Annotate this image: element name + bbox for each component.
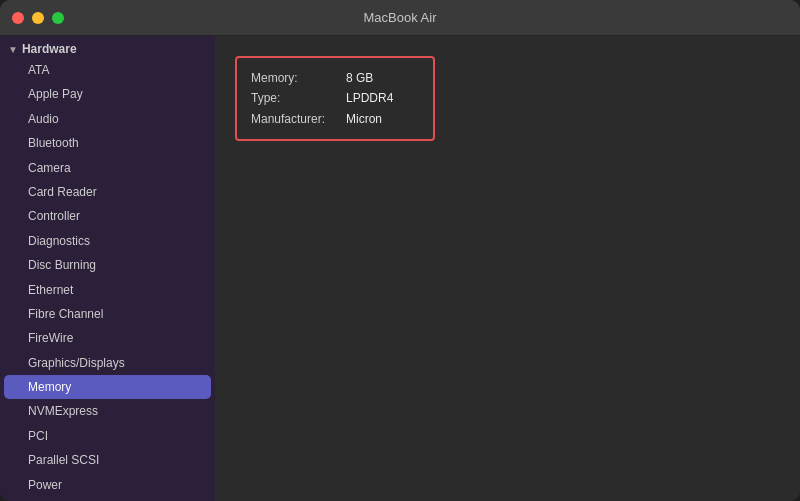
- type-value: LPDDR4: [346, 88, 393, 108]
- type-label: Type:: [251, 88, 346, 108]
- hardware-group-label: Hardware: [22, 42, 77, 56]
- sidebar-item-apple-pay[interactable]: Apple Pay: [0, 82, 215, 106]
- memory-label: Memory:: [251, 68, 346, 88]
- sidebar-item-graphics-displays[interactable]: Graphics/Displays: [0, 351, 215, 375]
- sidebar-item-pci[interactable]: PCI: [0, 424, 215, 448]
- hardware-section: ▼ Hardware ATA Apple Pay Audio Bluetooth…: [0, 40, 215, 501]
- main-content: Memory: 8 GB Type: LPDDR4 Manufacturer: …: [215, 36, 800, 501]
- sidebar-item-disc-burning[interactable]: Disc Burning: [0, 253, 215, 277]
- maximize-button[interactable]: [52, 12, 64, 24]
- memory-info-box: Memory: 8 GB Type: LPDDR4 Manufacturer: …: [235, 56, 435, 141]
- type-row: Type: LPDDR4: [251, 88, 419, 108]
- close-button[interactable]: [12, 12, 24, 24]
- manufacturer-row: Manufacturer: Micron: [251, 109, 419, 129]
- manufacturer-value: Micron: [346, 109, 382, 129]
- sidebar-item-ata[interactable]: ATA: [0, 58, 215, 82]
- sidebar-item-audio[interactable]: Audio: [0, 107, 215, 131]
- traffic-lights: [12, 12, 64, 24]
- app-window: MacBook Air ▼ Hardware ATA Apple Pay Aud…: [0, 0, 800, 501]
- sidebar-item-controller[interactable]: Controller: [0, 204, 215, 228]
- sidebar-item-bluetooth[interactable]: Bluetooth: [0, 131, 215, 155]
- sidebar-item-power[interactable]: Power: [0, 473, 215, 497]
- sidebar-item-card-reader[interactable]: Card Reader: [0, 180, 215, 204]
- memory-row: Memory: 8 GB: [251, 68, 419, 88]
- hardware-group-header[interactable]: ▼ Hardware: [0, 40, 215, 58]
- minimize-button[interactable]: [32, 12, 44, 24]
- sidebar-item-diagnostics[interactable]: Diagnostics: [0, 229, 215, 253]
- sidebar-item-printers[interactable]: Printers: [0, 497, 215, 501]
- sidebar-item-parallel-scsi[interactable]: Parallel SCSI: [0, 448, 215, 472]
- sidebar-item-ethernet[interactable]: Ethernet: [0, 278, 215, 302]
- manufacturer-label: Manufacturer:: [251, 109, 346, 129]
- sidebar-item-nvmexpress[interactable]: NVMExpress: [0, 399, 215, 423]
- chevron-down-icon: ▼: [8, 44, 18, 55]
- sidebar-item-memory[interactable]: Memory: [4, 375, 211, 399]
- sidebar-item-firewire[interactable]: FireWire: [0, 326, 215, 350]
- sidebar: ▼ Hardware ATA Apple Pay Audio Bluetooth…: [0, 36, 215, 501]
- sidebar-item-fibre-channel[interactable]: Fibre Channel: [0, 302, 215, 326]
- window-title: MacBook Air: [364, 10, 437, 25]
- sidebar-item-camera[interactable]: Camera: [0, 156, 215, 180]
- content-area: ▼ Hardware ATA Apple Pay Audio Bluetooth…: [0, 36, 800, 501]
- memory-value: 8 GB: [346, 68, 373, 88]
- title-bar: MacBook Air: [0, 0, 800, 36]
